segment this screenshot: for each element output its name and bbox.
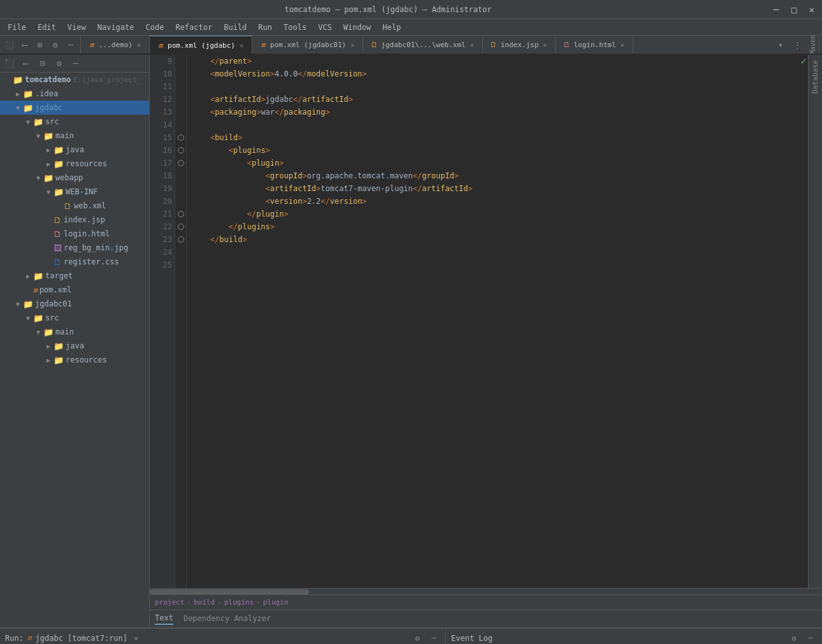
tree-label-target: target (45, 271, 73, 280)
menu-run[interactable]: Run (253, 22, 277, 33)
tree-label-root: tomcatdemo (25, 75, 71, 84)
tab-label-pom-jgdabc01: pom.xml (jgdabc01) (270, 41, 346, 49)
run-tab-label: jgdabc [tomcat7:run] (36, 634, 128, 643)
tree-item-resources2[interactable]: ▶ 📁 resources (0, 353, 149, 367)
tree-icon-main: 📁 (43, 131, 54, 141)
run-settings-btn[interactable]: ⚙ (411, 632, 424, 645)
menu-file[interactable]: File (3, 22, 31, 33)
code-line-20: <version>2.2</version> (192, 195, 803, 208)
sidebar-toggle[interactable]: ⬛ (3, 38, 17, 52)
tab-pom-jgdabc[interactable]: m pom.xml (jgdabc) ✕ (150, 36, 252, 54)
tree-label-jgdabc01: jgdabc01 (35, 299, 72, 308)
maximize-button[interactable]: □ (789, 4, 799, 15)
code-line-14 (192, 118, 803, 131)
run-minimize-btn[interactable]: ─ (428, 632, 440, 645)
tab-close-webxml[interactable]: ✕ (468, 41, 476, 49)
tree-item-src[interactable]: ▼ 📁 src (0, 115, 149, 129)
event-log-settings[interactable]: ⚙ (788, 632, 800, 645)
checkmark-icon: ✓ (800, 55, 807, 67)
tree-arrow-webapp: ▼ (33, 173, 43, 183)
event-log-minimize[interactable]: ─ (804, 632, 817, 645)
tab-close-indexjsp[interactable]: ✕ (541, 41, 549, 49)
line-num-20: 20 (155, 195, 172, 208)
tree-label-main2: main (55, 327, 74, 336)
menu-vcs[interactable]: VCS (313, 22, 337, 33)
tree-item-webinf[interactable]: ▼ 📁 WEB-INF (0, 185, 149, 199)
tree-item-src2[interactable]: ▼ 📁 src (0, 311, 149, 325)
menu-help[interactable]: Help (377, 22, 406, 33)
menu-build[interactable]: Build (219, 22, 252, 33)
sidebar-minimize-btn[interactable]: ─ (69, 57, 83, 71)
split-btn[interactable]: ⋮ (790, 38, 804, 52)
tree-item-java2[interactable]: ▶ 📁 java (0, 339, 149, 353)
sidebar-settings-btn[interactable]: ⚙ (52, 57, 66, 71)
tab-close-pom-jgdabc[interactable]: ✕ (238, 41, 245, 50)
tree-item-webapp[interactable]: ▼ 📁 webapp (0, 171, 149, 185)
tree-label-regbg: reg_bg_min.jpg (64, 243, 128, 252)
code-line-17: <plugin> (192, 157, 803, 169)
gutter-mark-22 (178, 224, 184, 230)
tab-pom-jgdabc01[interactable]: m pom.xml (jgdabc01) ✕ (252, 36, 363, 54)
minimize-button[interactable]: ─ (771, 4, 781, 15)
tree-item-webxml[interactable]: 🗋 web.xml (0, 199, 149, 213)
tree-item-java[interactable]: ▶ 📁 java (0, 143, 149, 157)
breadcrumb-sep2: › (217, 598, 222, 606)
tab-close-demo[interactable]: ✕ (135, 41, 143, 49)
code-line-22: </plugins> (192, 220, 803, 233)
tree-item-jgdabc01[interactable]: ▼ 📁 jgdabc01 (0, 297, 149, 311)
menu-code[interactable]: Code (141, 22, 169, 33)
tree-item-loginhtml[interactable]: 🗋 login.html (0, 227, 149, 241)
code-editor[interactable]: </parent> <modelVersion>4.0.0</modelVers… (187, 55, 808, 588)
tree-item-idea[interactable]: ▶ 📁 .idea (0, 87, 149, 101)
layout-btn[interactable]: ⊞ (33, 38, 47, 52)
tree-label-resources: resources (66, 159, 107, 168)
settings-btn[interactable]: ⚙ (48, 38, 62, 52)
maven-tab[interactable]: Maven (807, 36, 819, 54)
tab-webxml[interactable]: 🗋 jgdabc01\...\web.xml ✕ (363, 36, 482, 54)
breadcrumb-project: project (155, 598, 184, 606)
menu-refactor[interactable]: Refactor (170, 22, 217, 33)
tab-demo[interactable]: m ...demo) ✕ (81, 36, 150, 54)
horizontal-scrollbar[interactable] (150, 588, 822, 594)
sidebar-nav-btn[interactable]: ⟵ (19, 57, 33, 71)
tree-icon-regcss: 🗋 (54, 257, 62, 267)
close-button[interactable]: ✕ (807, 4, 817, 15)
minus-btn[interactable]: ─ (64, 38, 78, 52)
tree-item-main[interactable]: ▼ 📁 main (0, 129, 149, 143)
menu-window[interactable]: Window (338, 22, 376, 33)
tab-loginhtml[interactable]: 🗋 login.html ✕ (556, 36, 633, 54)
tree-icon-idea: 📁 (23, 89, 33, 99)
tab-close-loginhtml[interactable]: ✕ (619, 41, 626, 49)
main-layout: ⬛ ⟵ ⊟ ⚙ ─ 📁 tomcatdemo E:\java_project_ … (0, 55, 822, 627)
menu-view[interactable]: View (62, 22, 91, 33)
tree-item-regcss[interactable]: 🗋 register.css (0, 255, 149, 269)
subtab-dependency[interactable]: Dependency Analyzer (184, 614, 271, 624)
tree-item-pomxml[interactable]: m pom.xml (0, 283, 149, 297)
tab-close-pom-jgdabc01[interactable]: ✕ (349, 41, 356, 49)
tree-item-indexjsp[interactable]: 🗋 index.jsp (0, 213, 149, 227)
tree-item-resources[interactable]: ▶ 📁 resources (0, 157, 149, 171)
breadcrumb-build: build (194, 598, 215, 606)
tree-item-root[interactable]: 📁 tomcatdemo E:\java_project_ (0, 73, 149, 87)
menu-navigate[interactable]: Navigate (92, 22, 140, 33)
database-tab[interactable]: Database (811, 57, 819, 96)
sidebar-expand-btn[interactable]: ⬛ (3, 57, 17, 71)
line-num-25: 25 (155, 259, 172, 271)
menu-edit[interactable]: Edit (32, 22, 61, 33)
tree-icon-java2: 📁 (54, 341, 64, 351)
nav-back[interactable]: ⟵ (18, 38, 32, 52)
editor-subtabs: Text Dependency Analyzer (150, 610, 822, 627)
run-tab-close[interactable]: ✕ (134, 634, 138, 643)
tab-indexjsp[interactable]: 🗋 index.jsp ✕ (483, 36, 556, 54)
tree-item-main2[interactable]: ▼ 📁 main (0, 325, 149, 339)
sidebar-collapse-btn[interactable]: ⊟ (36, 57, 50, 71)
tree-icon-indexjsp: 🗋 (54, 215, 62, 225)
tree-item-regbg[interactable]: 🖼 reg_bg_min.jpg (0, 241, 149, 255)
tree-icon-java: 📁 (54, 145, 64, 155)
tree-item-target[interactable]: ▶ 📁 target (0, 269, 149, 283)
tree-item-jgdabc[interactable]: ▼ 📁 jgdabc (0, 101, 149, 115)
menu-tools[interactable]: Tools (278, 22, 312, 33)
tabs-more-btn[interactable]: ▾ (774, 38, 788, 52)
subtab-text[interactable]: Text (155, 613, 173, 625)
tree-label-loginhtml: login.html (64, 229, 110, 238)
